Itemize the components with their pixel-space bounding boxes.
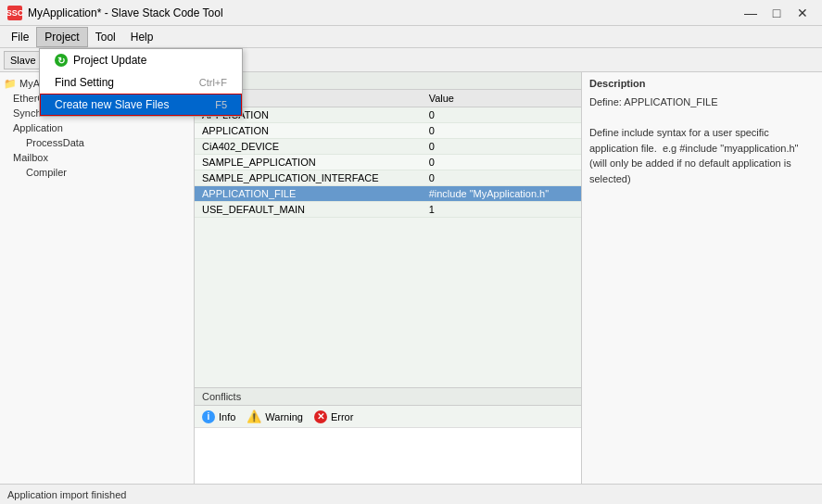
update-icon: ↻ — [55, 54, 68, 67]
description-header: Description — [589, 78, 815, 89]
sidebar-item-processdata[interactable]: ProcessData — [0, 135, 194, 150]
table-cell-name: USE_DEFAULT_MAIN — [195, 202, 422, 218]
warning-icon: ⚠️ — [247, 410, 261, 423]
menu-file[interactable]: File — [4, 27, 36, 47]
table-cell-value: 1 — [422, 202, 581, 218]
description-text: Define: APPLICATION_FILE Define include … — [589, 94, 815, 186]
table-cell-name: CiA402_DEVICE — [195, 139, 422, 155]
error-icon: ✕ — [314, 410, 327, 423]
dropdown-project-update-label: Project Update — [73, 54, 146, 67]
status-bar: Application import finished — [0, 484, 822, 504]
conflicts-toolbar: i Info ⚠️ Warning ✕ Error — [195, 406, 581, 428]
dropdown-project-update[interactable]: ↻ Project Update — [40, 49, 242, 71]
conflicts-header: Conflicts — [195, 388, 581, 406]
title-bar: SSC MyApplication* - Slave Stack Code To… — [0, 0, 822, 26]
dropdown-find-setting-label: Find Setting — [55, 76, 114, 89]
sidebar-item-mailbox[interactable]: Mailbox — [0, 150, 194, 165]
project-dropdown-menu: ↻ Project Update Find Setting Ctrl+F Cre… — [39, 48, 243, 117]
table-row[interactable]: CiA402_DEVICE0 — [195, 139, 581, 155]
conflicts-warning-item[interactable]: ⚠️ Warning — [247, 410, 303, 423]
maximize-button[interactable]: □ — [765, 4, 789, 22]
close-button[interactable]: ✕ — [790, 4, 815, 22]
sidebar-item-application[interactable]: Application — [0, 120, 194, 135]
table-cell-name: SAMPLE_APPLICATION_INTERFACE — [195, 170, 422, 186]
description-panel: Description Define: APPLICATION_FILE Def… — [581, 72, 822, 484]
menu-project[interactable]: Project — [36, 27, 87, 47]
table-row[interactable]: APPLICATION0 — [195, 107, 581, 123]
table-row[interactable]: SAMPLE_APPLICATION0 — [195, 155, 581, 170]
table-row[interactable]: APPLICATION_FILE#include "MyApplication.… — [195, 186, 581, 202]
sidebar-item-compiler[interactable]: Compiler — [0, 165, 194, 180]
menu-tool[interactable]: Tool — [88, 27, 123, 47]
conflicts-error-label: Error — [331, 411, 353, 422]
dropdown-find-setting[interactable]: Find Setting Ctrl+F — [40, 71, 242, 94]
window-controls: — □ ✕ — [739, 4, 815, 22]
settings-tab-label: Settings — [195, 72, 581, 90]
conflicts-panel: Conflicts i Info ⚠️ Warning ✕ Error — [195, 387, 581, 484]
dropdown-create-slave-files-label: Create new Slave Files — [55, 98, 169, 111]
table-cell-value: #include "MyApplication.h" — [422, 186, 581, 202]
status-text: Application import finished — [7, 489, 126, 500]
conflicts-info-label: Info — [219, 411, 235, 422]
dropdown-find-setting-shortcut: Ctrl+F — [199, 77, 227, 88]
table-cell-value: 0 — [422, 139, 581, 155]
conflicts-error-item[interactable]: ✕ Error — [314, 410, 353, 423]
conflicts-warning-label: Warning — [265, 411, 303, 422]
table-cell-name: APPLICATION_FILE — [195, 186, 422, 202]
table-row[interactable]: USE_DEFAULT_MAIN1 — [195, 202, 581, 218]
content-area: Settings Value APPLICATION0APPLICATION0C… — [195, 72, 581, 484]
menu-help[interactable]: Help — [123, 27, 161, 47]
window-title: MyApplication* - Slave Stack Code Tool — [28, 6, 223, 19]
table-cell-name: APPLICATION — [195, 123, 422, 139]
col-value-header: Value — [422, 90, 581, 107]
table-cell-value: 0 — [422, 123, 581, 139]
table-cell-value: 0 — [422, 155, 581, 170]
info-icon: i — [202, 410, 215, 423]
table-row[interactable]: APPLICATION0 — [195, 123, 581, 139]
main-container: 📁 MyAppl EtherCAT State Machine Synchron… — [0, 72, 822, 484]
sidebar: 📁 MyAppl EtherCAT State Machine Synchron… — [0, 72, 195, 484]
table-cell-value: 0 — [422, 170, 581, 186]
minimize-button[interactable]: — — [739, 4, 763, 22]
table-cell-name: SAMPLE_APPLICATION — [195, 155, 422, 170]
app-icon: SSC — [7, 6, 22, 20]
table-cell-value: 0 — [422, 107, 581, 123]
dropdown-create-slave-files[interactable]: Create new Slave Files F5 — [40, 94, 242, 116]
menu-bar: File Project Tool Help — [0, 26, 822, 48]
table-row[interactable]: SAMPLE_APPLICATION_INTERFACE0 — [195, 170, 581, 186]
conflicts-content — [195, 428, 581, 484]
dropdown-create-slave-files-shortcut: F5 — [215, 99, 227, 110]
settings-table: Value APPLICATION0APPLICATION0CiA402_DEV… — [195, 90, 581, 387]
conflicts-info-item[interactable]: i Info — [202, 410, 235, 423]
